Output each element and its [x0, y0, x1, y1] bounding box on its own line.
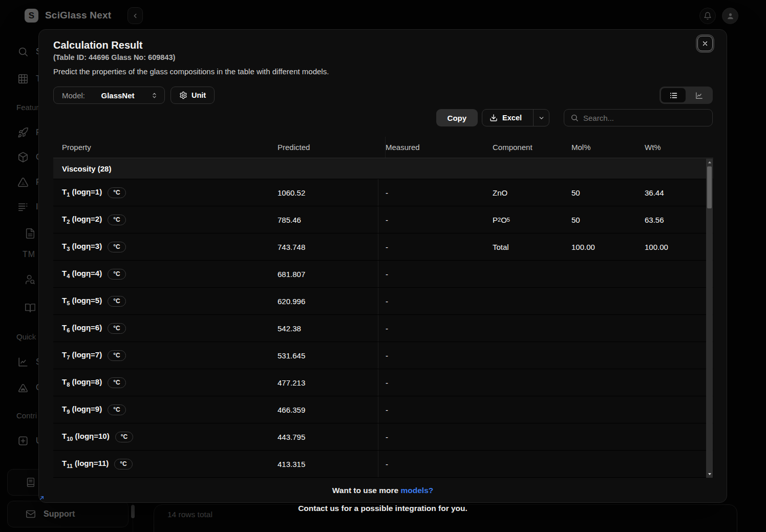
property-cell: T7 (logη=7)°C [53, 342, 278, 369]
close-button[interactable] [697, 36, 713, 51]
mol-pct-cell [571, 369, 645, 396]
column-header-predicted: Predicted [278, 137, 385, 158]
column-header-wtpct: Wt% [645, 137, 713, 158]
column-header-measured: Measured [385, 137, 493, 158]
measured-cell: - [378, 342, 493, 369]
mol-pct-cell: 50 [571, 206, 645, 233]
table-row[interactable]: T4 (logη=4)°C681.807- [53, 261, 713, 288]
search-field[interactable] [564, 109, 713, 126]
unit-badge[interactable]: °C [108, 323, 125, 334]
copy-button[interactable]: Copy [436, 109, 478, 126]
chevron-down-icon [538, 115, 545, 121]
measured-cell: - [378, 369, 493, 396]
search-icon [570, 114, 579, 122]
excel-export-button[interactable]: Excel [482, 109, 549, 126]
measured-cell: - [378, 288, 493, 314]
table-row[interactable]: T6 (logη=6)°C542.38- [53, 315, 713, 342]
unit-badge[interactable]: °C [108, 350, 125, 361]
wt-pct-cell [645, 288, 713, 314]
property-cell: T3 (logη=3)°C [53, 233, 278, 260]
table-row[interactable]: T8 (logη=8)°C477.213- [53, 369, 713, 396]
property-cell: T1 (logη=1)°C [53, 179, 278, 206]
table-row[interactable]: T2 (logη=2)°C785.46-P2O55063.56 [53, 206, 713, 233]
table-row[interactable]: T10 (logη=10)°C443.795- [53, 423, 713, 451]
predicted-cell: 1060.52 [278, 179, 385, 206]
external-link-icon [39, 495, 727, 501]
wt-pct-cell [645, 423, 713, 450]
table-section-row: Viscosity (28) [53, 158, 713, 179]
predicted-cell: 743.748 [278, 233, 385, 260]
wt-pct-cell: 36.44 [645, 179, 713, 206]
search-input[interactable] [583, 114, 706, 122]
download-icon [490, 114, 498, 122]
unit-badge[interactable]: °C [115, 432, 133, 442]
copy-button-label: Copy [448, 114, 467, 122]
view-toggle [659, 87, 713, 104]
component-cell [493, 451, 571, 477]
line-chart-icon [695, 91, 704, 100]
wt-pct-cell [645, 369, 713, 396]
close-icon [701, 40, 709, 47]
unit-badge[interactable]: °C [108, 377, 125, 388]
property-cell: T4 (logη=4)°C [53, 261, 278, 287]
table-row[interactable]: T11 (logη=11)°C413.315- [53, 451, 713, 478]
excel-dropdown-caret[interactable] [533, 110, 549, 126]
component-cell: Total [493, 233, 571, 260]
property-cell: T2 (logη=2)°C [53, 206, 278, 233]
excel-button-label: Excel [502, 114, 522, 122]
component-cell [493, 288, 571, 314]
measured-cell: - [378, 451, 493, 477]
column-header-molpct: Mol% [571, 137, 645, 158]
model-select-value: GlassNet [101, 91, 134, 100]
unit-badge[interactable]: °C [108, 296, 125, 307]
wt-pct-cell: 63.56 [645, 206, 713, 233]
unit-badge[interactable]: °C [108, 187, 125, 198]
unit-badge[interactable]: °C [108, 242, 125, 252]
wt-pct-cell: 100.00 [645, 233, 713, 260]
model-select-label: Model: [62, 91, 85, 100]
component-cell [493, 396, 571, 423]
chart-view-button[interactable] [687, 88, 711, 102]
chevron-up-down-icon [151, 92, 158, 99]
predicted-cell: 477.213 [278, 369, 385, 396]
unit-badge[interactable]: °C [108, 215, 125, 225]
mol-pct-cell: 100.00 [571, 233, 645, 260]
model-select[interactable]: Model: GlassNet [53, 87, 165, 104]
unit-button[interactable]: Unit [171, 87, 215, 104]
modal-footer: Want to use more models? Contact us for … [39, 483, 727, 513]
wt-pct-cell [645, 396, 713, 423]
unit-badge[interactable]: °C [108, 405, 125, 415]
predicted-cell: 681.807 [278, 261, 385, 287]
measured-cell: - [378, 179, 493, 206]
predicted-cell: 466.359 [278, 396, 385, 423]
gear-icon [179, 91, 187, 99]
mol-pct-cell [571, 288, 645, 314]
modal-title: Calculation Result [53, 39, 142, 51]
scroll-down-arrow-icon[interactable] [706, 471, 713, 477]
component-cell: ZnO [493, 179, 571, 206]
component-cell [493, 261, 571, 287]
table-row[interactable]: T1 (logη=1)°C1060.52-ZnO5036.44 [53, 179, 713, 206]
models-link[interactable]: models? [401, 486, 434, 495]
predicted-cell: 443.795 [278, 423, 385, 450]
table-row[interactable]: T5 (logη=5)°C620.996- [53, 288, 713, 315]
table-scrollbar-thumb[interactable] [707, 166, 712, 208]
predicted-cell: 531.645 [278, 342, 385, 369]
table-row[interactable]: T7 (logη=7)°C531.645- [53, 342, 713, 369]
column-header-property: Property [53, 137, 278, 158]
table-row[interactable]: T3 (logη=3)°C743.748-Total100.00100.00 [53, 233, 713, 261]
property-cell: T11 (logη=11)°C [53, 451, 278, 477]
table-scrollbar[interactable] [706, 159, 713, 478]
footer-text-suffix: Contact us for a possible integration fo… [298, 504, 467, 513]
measured-cell: - [378, 315, 493, 342]
scroll-up-arrow-icon[interactable] [706, 159, 713, 165]
mol-pct-cell [571, 396, 645, 423]
unit-badge[interactable]: °C [114, 459, 132, 470]
property-cell: T10 (logη=10)°C [53, 423, 278, 450]
measured-cell: - [378, 206, 493, 233]
list-view-button[interactable] [661, 88, 686, 102]
measured-cell: - [378, 423, 493, 450]
component-cell [493, 342, 571, 369]
table-row[interactable]: T9 (logη=9)°C466.359- [53, 396, 713, 423]
unit-badge[interactable]: °C [108, 269, 125, 280]
